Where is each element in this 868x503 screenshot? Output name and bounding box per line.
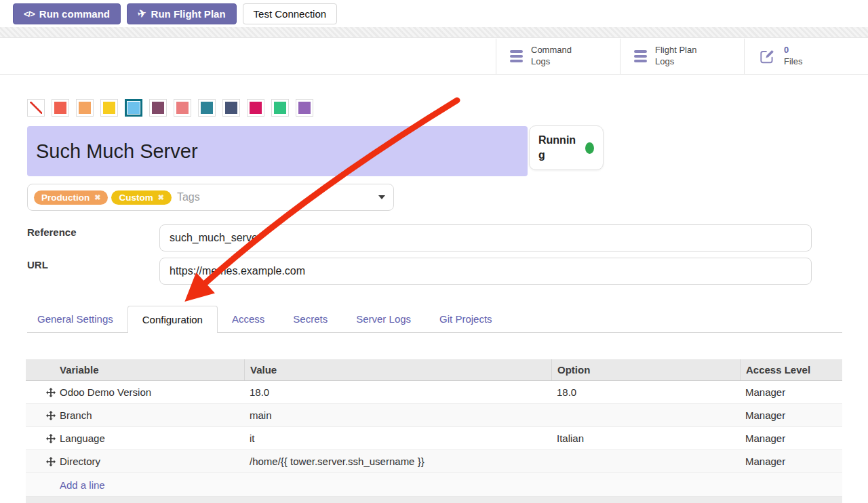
run-command-label: Run command [39,8,110,20]
files-count: 0 [784,45,789,55]
tab-git-projects[interactable]: Git Projects [425,306,507,332]
drag-handle-icon[interactable] [46,388,60,397]
edit-icon [758,47,776,65]
color-swatch-fuchsia[interactable] [247,99,264,117]
color-swatch-salmon-pink[interactable] [174,99,191,117]
test-connection-label: Test Connection [254,8,327,20]
sheet-header: Command Logs Flight Plan Logs 0 Files [0,39,868,75]
status-dot-icon [585,142,594,154]
column-header-access-level[interactable]: Access Level [740,359,842,380]
drag-handle-icon[interactable] [46,411,60,420]
action-bar: </> Run command ✈ Run Flight Plan Test C… [0,0,868,27]
code-icon: </> [24,9,35,19]
cell-value: main [244,409,551,421]
color-swatch-yellow[interactable] [100,99,118,117]
column-header-variable[interactable]: Variable [60,359,244,380]
add-line-row: Add a line [26,473,842,497]
tab-access[interactable]: Access [218,306,279,332]
run-flight-plan-label: Run Flight Plan [151,8,226,20]
configuration-variables-table: Variable Value Option Access Level Odoo … [26,359,842,497]
table-header-row: Variable Value Option Access Level [26,359,842,381]
drag-handle-icon[interactable] [46,457,60,466]
run-flight-plan-button[interactable]: ✈ Run Flight Plan [127,3,237,24]
remove-tag-icon[interactable]: ✖ [158,193,164,202]
list-icon [510,50,523,62]
tag-production-label: Production [41,193,90,203]
server-status-badge: Running [529,125,604,170]
server-name-value: Such Much Server [36,140,198,163]
cell-access-level: Manager [740,386,842,398]
color-swatch-light-blue-selected[interactable] [125,99,142,117]
color-swatch-purple[interactable] [296,99,313,117]
column-header-value[interactable]: Value [244,359,551,380]
cell-variable: Branch [60,409,244,421]
cell-access-level: Manager [740,456,842,467]
drag-handle-icon[interactable] [46,434,60,443]
notebook-tabs: General Settings Configuration Access Se… [27,306,842,333]
command-logs-button[interactable]: Command Logs [496,39,620,74]
files-count-label: 0 Files [784,45,802,68]
table-row[interactable]: Language it Italian Manager [26,427,842,450]
cell-access-level: Manager [740,409,842,421]
tab-server-logs[interactable]: Server Logs [342,306,425,332]
table-row[interactable]: Branch main Manager [26,404,842,427]
table-row[interactable]: Odoo Demo Version 18.0 18.0 Manager [26,381,842,404]
server-name-input[interactable]: Such Much Server [27,126,528,176]
color-swatch-dark-purple[interactable] [149,99,167,117]
url-value: https://memes.example.com [170,265,305,277]
color-swatch-orange[interactable] [76,99,94,117]
tags-placeholder: Tags [177,191,375,203]
color-swatch-red[interactable] [52,99,69,117]
cell-option: 18.0 [551,386,740,398]
color-swatch-medium-blue[interactable] [198,99,216,117]
cell-access-level: Manager [740,432,842,444]
table-row[interactable]: Directory /home/{{ tower.server.ssh_user… [26,450,842,473]
url-input[interactable]: https://memes.example.com [159,258,812,285]
chevron-down-icon[interactable] [378,195,385,199]
flight-plan-logs-label: Flight Plan Logs [655,45,713,68]
tab-secrets[interactable]: Secrets [279,306,342,332]
cell-value: 18.0 [244,386,551,398]
cell-variable: Odoo Demo Version [60,386,244,398]
command-logs-label: Command Logs [531,45,589,68]
test-connection-button[interactable]: Test Connection [243,3,338,24]
reference-label: Reference [27,226,77,238]
color-swatch-green[interactable] [271,99,289,117]
run-command-button[interactable]: </> Run command [13,3,121,24]
status-label: Running [538,133,576,162]
page-background-strip [0,27,868,38]
no-color-icon [30,102,42,114]
tags-field[interactable]: Production ✖ Custom ✖ Tags [27,184,394,211]
list-icon [634,50,647,62]
table-footer-strip [26,497,842,503]
flight-plan-logs-button[interactable]: Flight Plan Logs [620,39,744,74]
files-button[interactable]: 0 Files [744,39,868,74]
smart-buttons: Command Logs Flight Plan Logs 0 Files [496,39,868,74]
remove-tag-icon[interactable]: ✖ [94,193,100,202]
tag-production: Production ✖ [34,190,108,205]
plane-icon: ✈ [136,7,147,20]
server-form-page: </> Run command ✈ Run Flight Plan Test C… [0,0,868,503]
tag-custom-label: Custom [119,193,153,203]
cell-variable: Language [60,432,244,444]
add-a-line-link[interactable]: Add a line [60,479,105,491]
reference-input[interactable]: such_much_server [159,224,812,252]
cell-variable: Directory [60,456,244,467]
tab-general-settings[interactable]: General Settings [27,306,127,332]
tab-configuration[interactable]: Configuration [127,306,218,332]
cell-value: /home/{{ tower.server.ssh_username }} [244,456,551,467]
color-swatch-no-color[interactable] [27,99,45,117]
color-picker [27,99,313,117]
column-header-option[interactable]: Option [551,359,740,380]
handle-column-header [26,359,60,380]
cell-value: it [244,432,551,444]
color-swatch-dark-blue[interactable] [222,99,240,117]
url-label: URL [27,259,48,270]
reference-value: such_much_server [170,232,261,244]
tag-custom: Custom ✖ [111,190,171,205]
cell-option: Italian [551,432,740,444]
files-label: Files [784,56,802,66]
